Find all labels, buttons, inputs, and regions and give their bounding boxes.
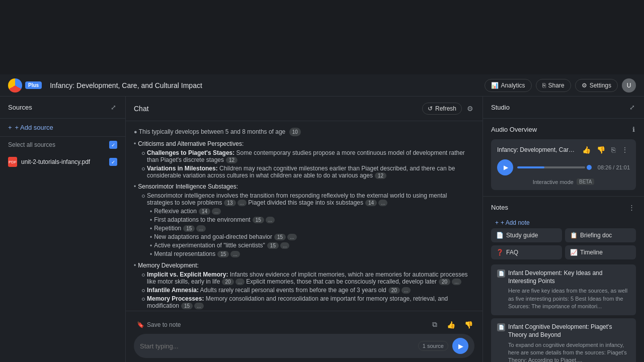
audio-overview: Audio Overview ℹ Infancy: Development, C… <box>483 119 644 197</box>
briefing-doc-button[interactable]: 📋 Briefing doc <box>565 228 636 242</box>
interactive-mode-row: Interactive mode BETA <box>497 178 630 185</box>
add-note-icon: + <box>495 219 499 226</box>
select-all-checkbox[interactable] <box>109 141 117 149</box>
chat-input-area: 1 source ▶ <box>134 334 474 358</box>
send-button[interactable]: ▶ <box>452 338 468 354</box>
expand-icon: ⤢ <box>111 104 116 111</box>
note-icon-0: 📄 <box>497 269 505 278</box>
refresh-button[interactable]: ↺ Refresh <box>422 103 462 115</box>
subitem-little-scientists: • Active experimentation of "little scie… <box>134 242 474 249</box>
subitem-mental-rep: • Mental representations15... <box>134 250 474 258</box>
sources-panel-header: Sources ⤢ <box>0 97 125 119</box>
chat-input[interactable] <box>140 342 414 350</box>
studio-panel: Studio ⤢ Audio Overview ℹ Infancy: Devel… <box>483 97 644 362</box>
source-count-button[interactable]: 1 source <box>418 341 448 351</box>
sources-expand-button[interactable]: ⤢ <box>110 103 117 112</box>
audio-info-button[interactable]: ℹ <box>631 125 636 134</box>
select-all-label: Select all sources <box>8 141 55 148</box>
main-content: Sources ⤢ + + Add source Select all sour… <box>0 97 644 362</box>
faq-icon: ❓ <box>496 249 504 256</box>
chat-filter-button[interactable]: ⚙ <box>466 104 474 114</box>
play-button[interactable]: ▶ <box>497 159 513 175</box>
note-title-0: Infant Development: Key Ideas and Intere… <box>508 269 630 285</box>
sources-panel: Sources ⤢ + + Add source Select all sour… <box>0 97 126 362</box>
bookmark-icon: 🔖 <box>137 321 144 328</box>
audio-thumbdown-button[interactable]: 👎 <box>595 144 607 155</box>
notes-more-button[interactable]: ⋮ <box>627 203 636 212</box>
app-header: Plus Infancy: Development, Care, and Cul… <box>0 74 644 97</box>
info-icon: ℹ <box>632 126 635 133</box>
sub-infantile-amnesia: Infantile Amnesia: Adults rarely recall … <box>134 287 474 294</box>
audio-card-controls: 👍 👎 ⎘ ⋮ <box>581 144 630 155</box>
timeline-button[interactable]: 📈 Timeline <box>565 245 636 259</box>
note-title-1: Infant Cognitive Development: Piaget's T… <box>508 323 630 339</box>
note-icon-1: 📄 <box>497 323 505 331</box>
audio-thumbup-button[interactable]: 👍 <box>581 144 592 155</box>
footer-actions: 🔖 Save to note ⧉ 👍 👎 <box>134 315 474 334</box>
chat-title: Chat <box>134 105 149 113</box>
add-source-button[interactable]: + + Add source <box>0 119 125 137</box>
thumbdown-button[interactable]: 👎 <box>463 319 474 330</box>
notes-header: Notes ⋮ <box>491 203 636 212</box>
chat-panel: Chat ↺ Refresh ⚙ ● This typically develo… <box>126 97 483 362</box>
refresh-icon: ↺ <box>428 105 433 112</box>
notes-grid: 📄 Study guide 📋 Briefing doc ❓ FAQ 📈 Tim… <box>491 228 636 259</box>
audio-time: 08:26 / 21:01 <box>598 164 630 170</box>
add-icon: + <box>8 124 12 131</box>
chat-footer: 🔖 Save to note ⧉ 👍 👎 <box>126 311 482 362</box>
audio-share-button[interactable]: ⎘ <box>610 144 617 155</box>
add-note-button[interactable]: + + Add note <box>491 217 636 228</box>
more-icon: ⋮ <box>628 204 635 211</box>
note-preview-0: Here are five key ideas from the sources… <box>508 287 630 310</box>
user-avatar[interactable]: U <box>622 78 636 93</box>
intro-badge: 10 <box>289 128 301 136</box>
note-card-1[interactable]: 📄 Infant Cognitive Development: Piaget's… <box>491 318 636 362</box>
subitem-goal-directed: • New adaptations and goal-directed beha… <box>134 233 474 241</box>
sub-variations: Variations in Milestones: Children may r… <box>134 165 474 179</box>
studio-title: Studio <box>491 104 510 111</box>
audio-player-row: ▶ 08:26 / 21:01 <box>497 159 630 175</box>
section-sensorimotor: • Sensorimotor Intelligence Substages: <box>134 183 474 190</box>
sources-title: Sources <box>8 104 32 111</box>
save-to-note-button[interactable]: 🔖 Save to note <box>134 319 184 330</box>
studio-expand-button[interactable]: ⤢ <box>628 103 636 112</box>
timeline-icon: 📈 <box>570 249 578 256</box>
intro-text: ● This typically develops between 5 and … <box>134 127 474 136</box>
circle-bullet <box>142 274 145 277</box>
subitem-repetition: • Repetition15... <box>134 225 474 232</box>
analytics-button[interactable]: 📊 Analytics <box>485 79 532 92</box>
briefing-doc-icon: 📋 <box>570 232 578 239</box>
faq-button[interactable]: ❓ FAQ <box>491 245 562 259</box>
study-guide-button[interactable]: 📄 Study guide <box>491 228 562 242</box>
notes-section: Notes ⋮ + + Add note 📄 Study guide 📋 <box>483 197 644 362</box>
subitem-first-adapt: • First adaptations to the environment15… <box>134 216 474 224</box>
audio-more-button[interactable]: ⋮ <box>620 144 630 155</box>
source-file-name: unit-2-tutorials-infancy.pdf <box>21 158 105 165</box>
header-actions: 📊 Analytics ⎘ Share ⚙ Settings U <box>485 78 636 93</box>
sub-memory-processes: Memory Processes: Memory consolidation a… <box>134 295 474 309</box>
note-card-0[interactable]: 📄 Infant Development: Key Ideas and Inte… <box>491 264 636 315</box>
circle-bullet <box>142 298 145 301</box>
circle-bullet <box>142 167 145 170</box>
sub-sensorimotor-desc: Sensorimotor intelligence involves the t… <box>134 192 474 206</box>
progress-fill <box>517 166 544 168</box>
play-icon: ▶ <box>504 164 508 171</box>
audio-progress-bar[interactable] <box>517 166 585 168</box>
share-button[interactable]: ⎘ Share <box>536 79 571 92</box>
chat-actions: ↺ Refresh ⚙ <box>422 103 474 115</box>
copy-icon: ⧉ <box>432 320 437 329</box>
select-all-row: Select all sources <box>0 137 125 153</box>
share-icon: ⎘ <box>542 82 546 89</box>
settings-button[interactable]: ⚙ Settings <box>575 79 618 92</box>
source-item[interactable]: PDF unit-2-tutorials-infancy.pdf <box>0 153 125 171</box>
copy-button[interactable]: ⧉ <box>430 318 439 331</box>
plus-badge: Plus <box>25 81 42 89</box>
settings-icon: ⚙ <box>582 82 587 89</box>
source-checkbox[interactable] <box>109 158 117 166</box>
filter-icon: ⚙ <box>467 105 473 113</box>
audio-card-header: Infancy: Development, Care, and Cultural… <box>497 144 630 155</box>
studio-header: Studio ⤢ <box>483 97 644 119</box>
sub-implicit-explicit: Implicit vs. Explicit Memory: Infants sh… <box>134 271 474 285</box>
thumbup-button[interactable]: 👍 <box>445 319 457 330</box>
circle-bullet <box>142 152 145 155</box>
